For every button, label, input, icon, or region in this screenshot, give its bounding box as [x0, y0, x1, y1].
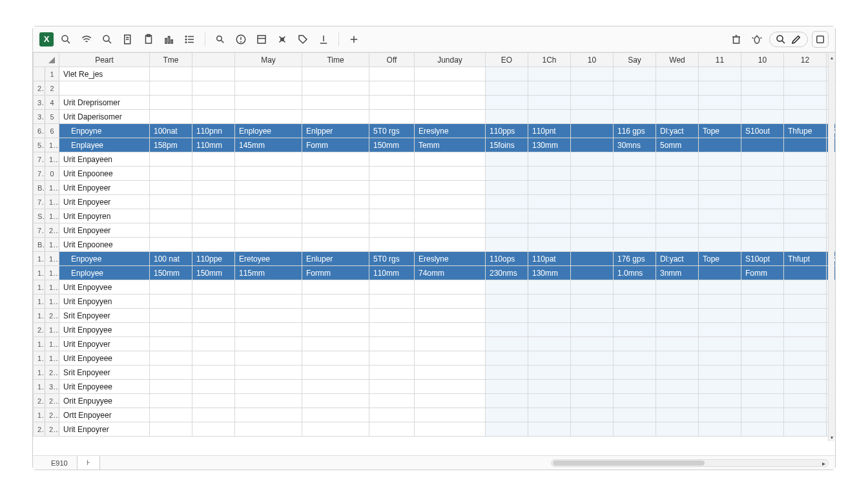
table-row[interactable]: 722Urit Enpoyeer — [34, 223, 836, 238]
cell[interactable] — [192, 366, 235, 380]
cell[interactable] — [302, 394, 369, 408]
cell[interactable] — [235, 238, 302, 252]
cell[interactable] — [571, 167, 614, 181]
cell[interactable] — [741, 238, 784, 252]
cell[interactable]: Srit Enpoyeer — [59, 309, 150, 323]
cell[interactable]: 30mns — [614, 138, 656, 152]
cell[interactable] — [699, 408, 741, 422]
cell[interactable] — [571, 209, 614, 223]
cell[interactable]: Thfupe — [784, 124, 827, 138]
cell[interactable] — [656, 309, 699, 323]
table-row[interactable]: 1913Urit Enpoyvee — [34, 280, 836, 294]
cell[interactable] — [192, 337, 235, 351]
cell[interactable] — [486, 238, 528, 252]
cell[interactable] — [656, 280, 699, 294]
row-number[interactable]: 10 — [45, 152, 59, 167]
cell[interactable] — [369, 408, 415, 422]
cell[interactable] — [235, 380, 302, 394]
chart-icon[interactable] — [161, 31, 178, 48]
cell[interactable] — [699, 110, 741, 124]
cell[interactable] — [571, 309, 614, 323]
row-number[interactable]: 4 — [45, 96, 59, 110]
cell[interactable] — [614, 337, 656, 351]
row-number[interactable]: 39 — [45, 380, 59, 394]
cell[interactable] — [150, 280, 192, 294]
cell[interactable] — [150, 366, 192, 380]
cell[interactable] — [302, 110, 369, 124]
cell[interactable] — [571, 138, 614, 152]
cell[interactable] — [150, 181, 192, 195]
cell[interactable] — [235, 81, 302, 96]
column-header[interactable]: Time — [302, 53, 369, 67]
cell[interactable] — [150, 110, 192, 124]
cell[interactable]: 5T0 rgs — [369, 252, 415, 266]
cell[interactable] — [656, 323, 699, 337]
cell[interactable] — [415, 337, 486, 351]
table-row[interactable]: 1910Enpoyee100 nat110ppeEretoyeeEnluper5… — [34, 252, 836, 266]
cell[interactable] — [415, 366, 486, 380]
column-header[interactable] — [192, 53, 235, 67]
table-row[interactable]: 1925Ortt Enpoyeer — [34, 408, 836, 422]
settings-icon[interactable] — [274, 31, 291, 48]
search-icon[interactable] — [57, 31, 74, 48]
row-number[interactable]: 22 — [34, 323, 45, 337]
row-number[interactable]: 11 — [45, 195, 59, 209]
row-number[interactable]: 6 — [34, 124, 45, 138]
scroll-up-icon[interactable]: ▴ — [829, 54, 834, 61]
table-row[interactable]: 66Enpoyne100nat110pnnEnployeeEnlpper5T0 … — [34, 124, 836, 138]
row-number[interactable]: B — [34, 181, 45, 195]
cell[interactable]: Urit Enpoyeer — [59, 195, 150, 209]
cell[interactable] — [656, 294, 699, 309]
cell[interactable] — [486, 209, 528, 223]
cell[interactable]: 150mm — [150, 266, 192, 280]
cell[interactable] — [528, 422, 571, 437]
cell[interactable]: 110pps — [486, 124, 528, 138]
cell[interactable] — [415, 67, 486, 81]
row-number[interactable]: 10 — [45, 266, 59, 280]
cell[interactable] — [192, 323, 235, 337]
cell[interactable] — [235, 323, 302, 337]
cell[interactable]: 150mm — [192, 266, 235, 280]
cell[interactable] — [699, 266, 741, 280]
cell[interactable]: Enpoyee — [59, 252, 150, 266]
zoom-icon[interactable] — [99, 31, 116, 48]
cell[interactable] — [415, 110, 486, 124]
cell[interactable] — [571, 351, 614, 366]
cell[interactable]: 100nat — [150, 124, 192, 138]
cell[interactable] — [699, 238, 741, 252]
row-number[interactable]: 22 — [45, 394, 59, 408]
cell[interactable] — [699, 195, 741, 209]
cell[interactable] — [369, 366, 415, 380]
cell[interactable] — [614, 223, 656, 238]
row-number[interactable]: 19 — [34, 252, 45, 266]
cell[interactable] — [302, 309, 369, 323]
cell[interactable] — [486, 394, 528, 408]
cell[interactable] — [571, 238, 614, 252]
table-icon[interactable] — [253, 31, 270, 48]
cell[interactable]: Urit Enpoyren — [59, 209, 150, 223]
cell[interactable]: Temm — [415, 138, 486, 152]
cell[interactable]: S10opt — [741, 252, 784, 266]
cell[interactable] — [699, 152, 741, 167]
cell[interactable] — [150, 209, 192, 223]
cell[interactable] — [741, 408, 784, 422]
cell[interactable] — [571, 181, 614, 195]
table-row[interactable]: 1817Urit Enpoyeee — [34, 351, 836, 366]
cell[interactable] — [699, 337, 741, 351]
cell[interactable] — [415, 238, 486, 252]
cell[interactable] — [150, 394, 192, 408]
cell[interactable] — [486, 167, 528, 181]
cell[interactable] — [699, 309, 741, 323]
cell[interactable] — [235, 181, 302, 195]
cell[interactable] — [486, 351, 528, 366]
cell[interactable] — [656, 238, 699, 252]
cell[interactable] — [571, 294, 614, 309]
column-header[interactable]: EO — [486, 53, 528, 67]
cell[interactable] — [235, 309, 302, 323]
cell[interactable] — [302, 181, 369, 195]
table-row[interactable]: 22 — [34, 81, 836, 96]
cell[interactable] — [192, 67, 235, 81]
cell[interactable] — [699, 422, 741, 437]
add-icon[interactable] — [346, 31, 362, 48]
row-number[interactable]: 3 — [34, 110, 45, 124]
